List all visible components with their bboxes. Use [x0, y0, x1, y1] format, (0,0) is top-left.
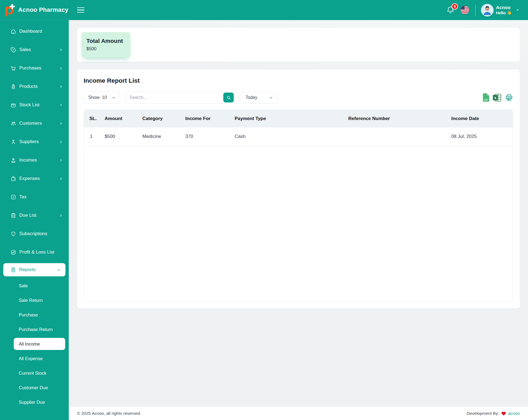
search-button[interactable]: [223, 93, 234, 102]
chevron-down-icon: [56, 268, 61, 272]
sidebar-item-dashboard[interactable]: Dashboard: [0, 24, 69, 39]
sidebar-item-label: Profit & Loss List: [19, 249, 54, 255]
user-text: Acnoo Hello👋: [496, 5, 512, 15]
sidebar-item-label: Due List: [19, 213, 36, 218]
column-header-income-for: Income For: [183, 110, 232, 127]
avatar: [482, 4, 493, 16]
main-area: 9: [69, 0, 528, 420]
table-header-row: SL.AmountCategoryIncome ForPayment TypeR…: [84, 110, 513, 127]
excel-file-export-button[interactable]: X: [493, 94, 501, 102]
usa-flag-icon[interactable]: [461, 6, 469, 14]
sidebar-item-label: Suppliers: [19, 139, 39, 144]
bottle-icon: [10, 84, 16, 90]
sidebar-item-subscriptions[interactable]: Subscriptions: [0, 226, 69, 241]
table-cell: 370: [183, 127, 232, 146]
sidebar-subitem-sale-return[interactable]: Sale Return: [14, 294, 65, 306]
sidebar-item-label: Expenses: [19, 176, 40, 181]
printer-icon: [505, 93, 513, 102]
box-icon: [10, 102, 16, 108]
printer-export-button[interactable]: [505, 93, 513, 102]
table-cell: $500: [102, 127, 140, 146]
notification-count-badge: 9: [452, 3, 458, 10]
sidebar-item-reports[interactable]: Reports: [3, 263, 65, 276]
sidebar-subitem-current-stock[interactable]: Current Stock: [14, 367, 65, 379]
table-row: 1$500Medicine370Cash08 Jul, 2025: [84, 127, 513, 146]
sidebar-item-expenses[interactable]: Expenses: [0, 171, 69, 186]
developer-link[interactable]: acnoo: [508, 411, 520, 416]
user-menu[interactable]: Acnoo Hello👋: [482, 4, 520, 16]
sidebar-item-label: Customers: [19, 121, 42, 126]
sidebar-item-purchases[interactable]: Purchases: [0, 61, 69, 76]
sidebar-item-label: Reports: [19, 267, 36, 272]
sidebar-subitem-purchase-return[interactable]: Purchase Return: [14, 323, 65, 335]
sidebar-item-label: Tax: [19, 194, 26, 200]
column-header-sl: SL.: [84, 110, 102, 127]
search-input[interactable]: [125, 91, 235, 104]
sidebar-item-profit-loss-list[interactable]: Profit & Loss List: [0, 245, 69, 260]
svg-text:$: $: [13, 49, 14, 51]
pharmacy-logo-icon: [4, 3, 16, 16]
content: Total Amount $500 Income Report List Sho…: [69, 20, 528, 407]
sidebar-subitem-customer-due[interactable]: Customer Due: [14, 382, 65, 394]
csv-file-export-button[interactable]: CSV: [482, 93, 489, 102]
search-icon: [226, 95, 231, 100]
chevron-down-icon: [269, 95, 273, 100]
sidebar-subitem-all-expense[interactable]: All Expense: [14, 352, 65, 365]
sidebar-subitem-sale[interactable]: Sale: [14, 280, 65, 292]
percent-icon: [10, 194, 16, 200]
sidebar-item-due-list[interactable]: Due List: [0, 208, 69, 223]
column-header-income-date: Income Date: [449, 110, 513, 127]
date-filter-select[interactable]: Today: [241, 91, 277, 104]
menu-toggle-button[interactable]: [77, 7, 84, 13]
copyright-text: © 2025 Acnoo, all rights reserved.: [77, 411, 141, 416]
heart-icon: [501, 411, 506, 416]
sidebar-item-products[interactable]: Products: [0, 79, 69, 94]
sidebar-item-label: Stock List: [19, 102, 40, 108]
sidebar-item-label: Sales: [19, 47, 31, 52]
chevron-right-icon: [59, 176, 63, 181]
header-divider: [475, 5, 475, 16]
chevron-right-icon: [59, 103, 63, 107]
total-amount-value: $500: [86, 46, 125, 51]
table-cell: 1: [84, 127, 102, 146]
summary-card-container: Total Amount $500: [77, 28, 520, 62]
sidebar-item-label: Incomes: [19, 157, 37, 163]
wallet-icon: [10, 176, 16, 182]
user-name: Acnoo: [496, 5, 512, 10]
column-header-category: Category: [140, 110, 183, 127]
chevron-right-icon: [59, 84, 63, 89]
column-header-payment-type: Payment Type: [232, 110, 345, 127]
table-cell: Medicine: [140, 127, 183, 146]
sidebar-subitem-purchase[interactable]: Purchase: [14, 309, 65, 321]
sidebar-item-incomes[interactable]: Incomes: [0, 153, 69, 168]
sidebar-item-suppliers[interactable]: Suppliers: [0, 134, 69, 149]
sidebar-subitem-all-income[interactable]: All Income: [14, 338, 65, 350]
sidebar-item-label: Subscriptions: [19, 231, 47, 237]
brand-name: Acnoo Pharmacy: [18, 6, 68, 13]
clipboard-check-icon: [10, 213, 16, 218]
sidebar-item-customers[interactable]: Customers: [0, 116, 69, 131]
column-header-reference-number: Reference Number: [346, 110, 449, 127]
sidebar-item-label: Dashboard: [19, 29, 42, 34]
sidebar-item-tax[interactable]: Tax: [0, 190, 69, 204]
total-amount-card: Total Amount $500: [81, 32, 130, 57]
brand[interactable]: Acnoo Pharmacy: [0, 0, 69, 20]
table-cell: [346, 127, 449, 146]
footer: © 2025 Acnoo, all rights reserved. Devel…: [69, 407, 528, 420]
chevron-right-icon: [59, 121, 63, 126]
svg-text:CSV: CSV: [484, 99, 488, 101]
table-body: 1$500Medicine370Cash08 Jul, 2025: [84, 127, 513, 146]
user-greeting: Hello👋: [496, 10, 512, 15]
notifications-button[interactable]: 9: [446, 6, 455, 14]
show-entries-select[interactable]: Show- 10: [84, 91, 120, 104]
sidebar-item-sales[interactable]: $Sales: [0, 42, 69, 57]
csv-file-icon: CSV: [482, 93, 489, 102]
sidebar-item-label: Products: [19, 84, 38, 89]
page-title: Income Report List: [84, 77, 513, 84]
sidebar-item-label: Purchases: [19, 65, 41, 71]
sidebar-subitem-supplier-due[interactable]: Supplier Due: [14, 396, 65, 408]
chart-square-icon: [10, 249, 16, 255]
developer-credit: Development By: acnoo: [467, 411, 520, 416]
export-buttons: CSVX: [482, 93, 513, 102]
sidebar-item-stock-list[interactable]: Stock List: [0, 98, 69, 112]
